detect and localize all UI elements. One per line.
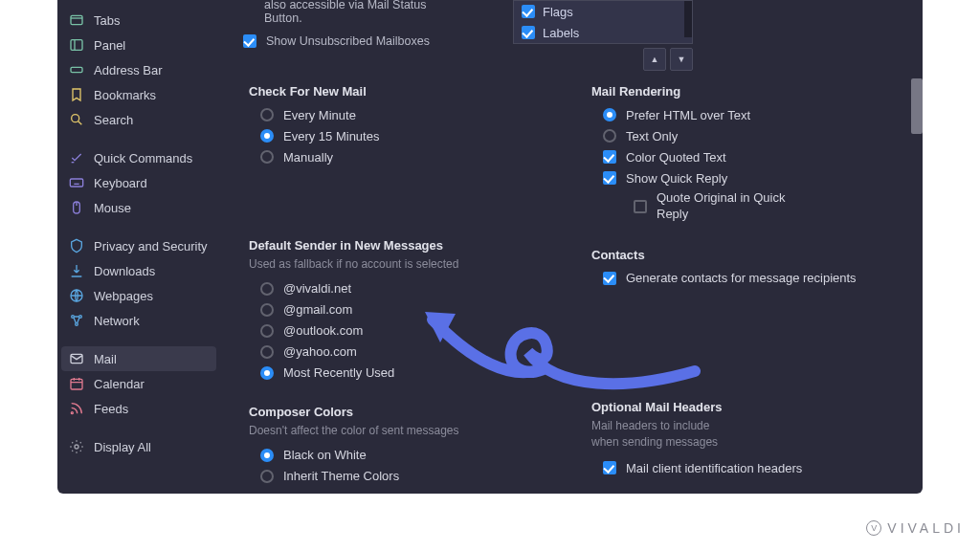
mail-client-id-checkbox[interactable]	[603, 461, 616, 474]
mail-rendering-checkbox[interactable]	[603, 150, 616, 164]
sidebar-item-search[interactable]: Search	[61, 107, 216, 132]
sidebar-label: Mail	[94, 352, 117, 366]
flags-listbox: Flags Labels ▲ ▼	[513, 0, 693, 71]
labels-row[interactable]: Labels	[514, 22, 692, 43]
show-unsubscribed-label: Show Unsubscribed Mailboxes	[266, 34, 430, 48]
sidebar-item-displayall[interactable]: Display All	[61, 434, 216, 459]
sidebar-item-bookmarks[interactable]: Bookmarks	[61, 82, 216, 107]
svg-point-8	[79, 316, 82, 319]
mail-rendering-option[interactable]: Show Quick Reply	[591, 167, 911, 188]
mail-rendering-label: Quote Original in Quick Reply	[657, 190, 800, 223]
sidebar-item-mail[interactable]: Mail	[61, 346, 216, 371]
mail-rendering-option[interactable]: Color Quoted Text	[591, 146, 911, 167]
generate-contacts-label: Generate contacts for message recipients	[626, 270, 857, 287]
default-sender-label: @outlook.com	[283, 323, 363, 338]
default-sender-radio[interactable]	[260, 324, 274, 338]
sidebar-item-feeds[interactable]: Feeds	[61, 396, 216, 421]
check-mail-option[interactable]: Manually	[249, 146, 568, 167]
move-up-button[interactable]: ▲	[643, 48, 666, 71]
left-column: Check For New Mail Every MinuteEvery 15 …	[249, 63, 568, 494]
default-sender-radio[interactable]	[260, 366, 274, 380]
mail-rendering-option[interactable]: Text Only	[591, 125, 911, 146]
default-sender-radio[interactable]	[260, 345, 274, 359]
composer-colors-option[interactable]: Inherit Theme Colors	[249, 466, 568, 487]
generate-contacts-checkbox[interactable]	[603, 272, 616, 285]
optional-headers-title: Optional Mail Headers	[591, 400, 911, 414]
default-sender-label: Most Recently Used	[283, 365, 394, 380]
sidebar-item-mouse[interactable]: Mouse	[61, 195, 216, 220]
sidebar-item-quickcommands[interactable]: Quick Commands	[61, 145, 216, 170]
sidebar-item-calendar[interactable]: Calendar	[61, 371, 216, 396]
sidebar-item-panel[interactable]: Panel	[61, 33, 216, 57]
sidebar-item-network[interactable]: Network	[61, 308, 216, 333]
vivaldi-icon: V	[866, 520, 881, 536]
flags-label: Flags	[543, 5, 573, 19]
svg-rect-4	[70, 179, 82, 187]
mail-rendering-label: Text Only	[626, 129, 678, 143]
sidebar-label: Panel	[94, 38, 125, 53]
svg-rect-11	[71, 379, 82, 389]
labels-checkbox[interactable]	[522, 26, 535, 39]
check-mail-title: Check For New Mail	[249, 84, 568, 99]
svg-point-7	[72, 316, 75, 319]
default-sender-option[interactable]: @gmail.com	[249, 299, 568, 320]
svg-rect-2	[71, 67, 82, 72]
sidebar-item-webpages[interactable]: Webpages	[61, 283, 216, 308]
composer-colors-sub: Doesn't affect the color of sent message…	[249, 423, 568, 439]
svg-rect-1	[71, 40, 82, 51]
mail-rendering-label: Color Quoted Text	[626, 150, 726, 165]
mail-rendering-option[interactable]: Prefer HTML over Text	[591, 104, 911, 125]
default-sender-option[interactable]: Most Recently Used	[249, 363, 568, 384]
default-sender-option[interactable]: @vivaldi.net	[249, 278, 568, 299]
mail-rendering-radio[interactable]	[603, 129, 616, 143]
flags-row[interactable]: Flags	[514, 1, 692, 22]
mail-rendering-option[interactable]: Quote Original in Quick Reply	[591, 188, 911, 225]
composer-colors-radio[interactable]	[260, 449, 274, 462]
sidebar-item-keyboard[interactable]: Keyboard	[61, 170, 216, 195]
default-sender-title: Default Sender in New Messages	[249, 238, 568, 253]
sidebar-item-addressbar[interactable]: Address Bar	[61, 57, 216, 82]
check-mail-label: Every 15 Minutes	[283, 129, 379, 143]
sidebar-item-downloads[interactable]: Downloads	[61, 258, 216, 283]
mail-rendering-label: Show Quick Reply	[626, 171, 727, 186]
mail-rendering-checkbox[interactable]	[603, 171, 616, 185]
default-sender-radio[interactable]	[260, 303, 274, 317]
sidebar-label: Downloads	[94, 264, 155, 278]
default-sender-option[interactable]: @outlook.com	[249, 320, 568, 342]
sidebar-label: Tabs	[94, 13, 120, 28]
default-sender-radio[interactable]	[260, 282, 274, 296]
check-mail-radio[interactable]	[260, 150, 274, 164]
default-sender-label: @gmail.com	[283, 302, 352, 317]
composer-colors-radio[interactable]	[260, 470, 274, 483]
move-down-button[interactable]: ▼	[670, 48, 693, 71]
mail-rendering-checkbox[interactable]	[634, 200, 647, 213]
labels-label: Labels	[543, 26, 579, 40]
check-mail-radio[interactable]	[260, 129, 274, 143]
check-mail-radio[interactable]	[260, 108, 274, 121]
default-sender-label: @yahoo.com	[283, 344, 357, 359]
default-sender-option[interactable]: @yahoo.com	[249, 342, 568, 363]
top-partial-left: also accessible via Mail Status Button. …	[243, 0, 454, 52]
svg-point-3	[72, 115, 79, 122]
sidebar-item-tabs[interactable]: Tabs	[61, 8, 216, 33]
sidebar-label: Bookmarks	[94, 88, 156, 102]
composer-colors-option[interactable]: Black on White	[249, 445, 568, 466]
panel-scrollbar[interactable]	[911, 78, 923, 134]
sidebar-label: Webpages	[94, 289, 153, 303]
default-sender-sub: Used as fallback if no account is select…	[249, 256, 568, 273]
sidebar-label: Display All	[94, 440, 151, 454]
check-mail-option[interactable]: Every Minute	[249, 104, 568, 125]
flags-checkbox[interactable]	[522, 5, 535, 18]
sidebar-item-privacy[interactable]: Privacy and Security	[61, 233, 216, 258]
composer-colors-title: Composer Colors	[249, 405, 568, 419]
composer-colors-label: Black on White	[283, 448, 367, 462]
mail-rendering-radio[interactable]	[603, 108, 616, 121]
svg-point-9	[76, 323, 78, 326]
sidebar-label: Mouse	[94, 201, 131, 215]
flags-scrollbar[interactable]	[684, 1, 692, 37]
check-mail-option[interactable]: Every 15 Minutes	[249, 125, 568, 146]
show-unsubscribed-checkbox[interactable]	[243, 34, 256, 48]
check-mail-label: Every Minute	[283, 108, 356, 122]
sidebar-label: Network	[94, 314, 140, 328]
settings-panel: TabsPanelAddress BarBookmarksSearchQuick…	[57, 0, 923, 494]
